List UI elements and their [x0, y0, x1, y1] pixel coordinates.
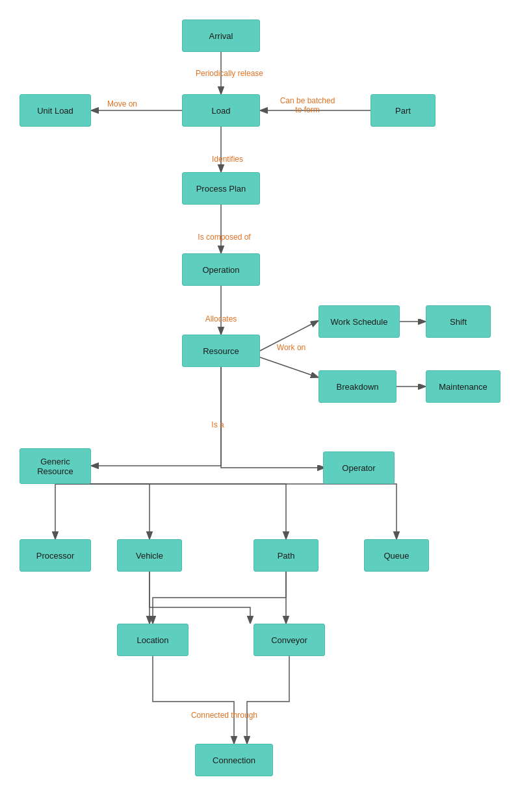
node-maintenance: Maintenance: [426, 370, 500, 403]
svg-line-9: [260, 357, 317, 377]
node-unitload: Unit Load: [20, 94, 91, 127]
label-identifies: Identifies: [195, 155, 260, 164]
node-conveyor: Conveyor: [254, 624, 325, 656]
node-processplan: Process Plan: [182, 172, 260, 205]
label-periodically-release: Periodically release: [184, 69, 275, 78]
node-location: Location: [117, 624, 188, 656]
node-arrival: Arrival: [182, 19, 260, 52]
node-queue: Queue: [364, 539, 429, 572]
node-resource: Resource: [182, 335, 260, 367]
node-workschedule: Work Schedule: [318, 305, 400, 338]
node-connection: Connection: [195, 744, 273, 776]
label-connected-through: Connected through: [172, 711, 276, 720]
node-part: Part: [370, 94, 436, 127]
label-move-on: Move on: [96, 99, 148, 108]
node-load: Load: [182, 94, 260, 127]
label-work-on: Work on: [265, 343, 317, 352]
label-is-composed-of: Is composed of: [179, 233, 270, 242]
node-path: Path: [254, 539, 318, 572]
node-breakdown: Breakdown: [318, 370, 396, 403]
label-is-a: Is a: [192, 420, 244, 429]
label-allocates: Allocates: [188, 314, 254, 324]
node-processor: Processor: [20, 539, 91, 572]
node-genericresource: GenericResource: [20, 448, 91, 484]
node-shift: Shift: [426, 305, 491, 338]
node-vehicle: Vehicle: [117, 539, 182, 572]
node-operator: Operator: [323, 451, 395, 484]
label-can-be-batched: Can be batchedto form: [265, 96, 350, 114]
node-operation: Operation: [182, 253, 260, 286]
diagram: Arrival Load Unit Load Part Process Plan…: [0, 0, 520, 812]
